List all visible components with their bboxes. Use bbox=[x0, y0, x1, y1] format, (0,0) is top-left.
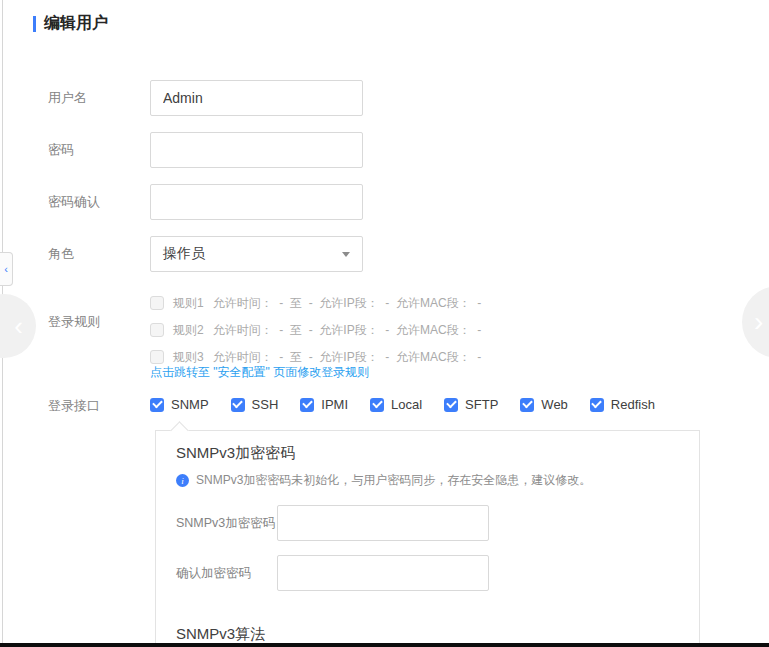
login-interfaces-label: 登录接口 bbox=[48, 398, 100, 414]
snmpv3-notice: SNMPv3加密密码未初始化，与用户密码同步，存在安全隐患，建议修改。 bbox=[176, 472, 591, 489]
panel-notch bbox=[170, 421, 188, 439]
ssh-checkbox[interactable] bbox=[231, 398, 245, 412]
confirm-encrypt-password-input[interactable] bbox=[277, 555, 489, 591]
login-rule-row-2: 规则2 允许时间： - 至 - 允许IP段： - 允许MAC段： - bbox=[150, 320, 481, 340]
role-label: 角色 bbox=[48, 236, 74, 272]
rule3-checkbox[interactable] bbox=[150, 350, 164, 364]
encrypt-password-label: SNMPv3加密密码 bbox=[176, 505, 275, 541]
role-select[interactable]: 操作员 bbox=[150, 236, 363, 272]
carousel-prev-button[interactable]: ‹ bbox=[0, 294, 36, 358]
confirm-encrypt-password-label: 确认加密密码 bbox=[176, 555, 251, 591]
rule3-detail: 允许时间： - 至 - 允许IP段： - 允许MAC段： - bbox=[213, 349, 482, 366]
snmpv3-algorithm-title: SNMPv3算法 bbox=[176, 625, 265, 644]
interface-option-web[interactable]: Web bbox=[520, 397, 568, 412]
interface-option-snmp[interactable]: SNMP bbox=[150, 397, 209, 412]
role-selected-value: 操作员 bbox=[163, 245, 205, 263]
web-checkbox[interactable] bbox=[520, 398, 534, 412]
rule1-detail: 允许时间： - 至 - 允许IP段： - 允许MAC段： - bbox=[213, 295, 482, 312]
snmp-checkbox[interactable] bbox=[150, 398, 164, 412]
snmpv3-panel-title: SNMPv3加密密码 bbox=[176, 444, 295, 463]
password-confirm-input[interactable] bbox=[150, 184, 363, 220]
chevron-down-icon bbox=[342, 252, 350, 257]
password-input[interactable] bbox=[150, 132, 363, 168]
security-config-link[interactable]: 点击跳转至 "安全配置" 页面修改登录规则 bbox=[150, 364, 369, 381]
redfish-checkbox[interactable] bbox=[590, 398, 604, 412]
interface-option-ipmi[interactable]: IPMI bbox=[300, 397, 348, 412]
edit-user-page: 编辑用户 用户名 密码 密码确认 角色 操作员 登录规则 规则1 允许时间： -… bbox=[0, 0, 769, 647]
ipmi-checkbox[interactable] bbox=[300, 398, 314, 412]
snmpv3-notice-text: SNMPv3加密密码未初始化，与用户密码同步，存在安全隐患，建议修改。 bbox=[196, 472, 591, 489]
password-confirm-label: 密码确认 bbox=[48, 184, 100, 220]
bottom-edge-bar bbox=[0, 643, 769, 647]
carousel-next-button[interactable]: › bbox=[742, 286, 769, 358]
snmpv3-panel: SNMPv3加密密码 SNMPv3加密密码未初始化，与用户密码同步，存在安全隐患… bbox=[155, 430, 700, 647]
interface-option-ssh[interactable]: SSH bbox=[231, 397, 279, 412]
sftp-checkbox[interactable] bbox=[444, 398, 458, 412]
login-interfaces-group: SNMP SSH IPMI Local SFTP Web Redfish bbox=[150, 397, 655, 412]
sidebar-collapse-toggle[interactable]: ‹ bbox=[0, 252, 13, 286]
username-label: 用户名 bbox=[48, 80, 87, 116]
page-title: 编辑用户 bbox=[44, 13, 108, 34]
login-rule-row-1: 规则1 允许时间： - 至 - 允许IP段： - 允许MAC段： - bbox=[150, 293, 481, 313]
title-accent-bar bbox=[33, 16, 36, 32]
chevron-right-icon: › bbox=[754, 306, 763, 338]
rule3-name: 规则3 bbox=[173, 349, 204, 366]
info-icon bbox=[176, 474, 189, 487]
rule2-name: 规则2 bbox=[173, 322, 204, 339]
username-input[interactable] bbox=[150, 80, 363, 116]
rule1-name: 规则1 bbox=[173, 295, 204, 312]
interface-option-local[interactable]: Local bbox=[370, 397, 422, 412]
local-checkbox[interactable] bbox=[370, 398, 384, 412]
login-rules-label: 登录规则 bbox=[48, 312, 100, 332]
chevron-left-icon: ‹ bbox=[4, 263, 8, 275]
encrypt-password-input[interactable] bbox=[277, 505, 489, 541]
rule2-checkbox[interactable] bbox=[150, 323, 164, 337]
rule2-detail: 允许时间： - 至 - 允许IP段： - 允许MAC段： - bbox=[213, 322, 482, 339]
rule1-checkbox[interactable] bbox=[150, 296, 164, 310]
page-header: 编辑用户 bbox=[33, 13, 108, 34]
password-label: 密码 bbox=[48, 132, 74, 168]
interface-option-redfish[interactable]: Redfish bbox=[590, 397, 655, 412]
chevron-left-icon: ‹ bbox=[14, 311, 23, 342]
interface-option-sftp[interactable]: SFTP bbox=[444, 397, 498, 412]
